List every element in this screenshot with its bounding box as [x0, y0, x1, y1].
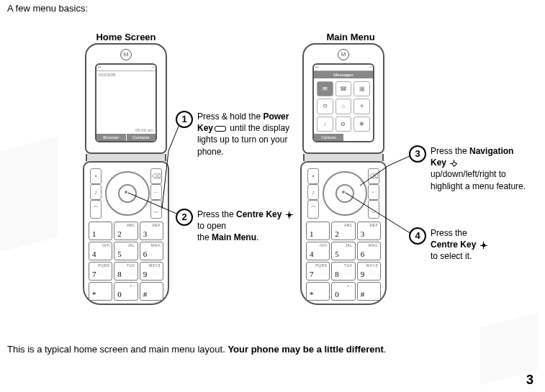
menu-cell-9[interactable]: ✱: [353, 117, 370, 132]
key-3[interactable]: DEF3: [357, 222, 381, 240]
centre-key-icon: [286, 211, 293, 219]
home-clock: 05:06 am: [135, 128, 153, 132]
power-key-icon: [215, 126, 226, 132]
key-4[interactable]: GHI4: [306, 242, 330, 260]
centre-key-dot: [125, 191, 127, 193]
key-7[interactable]: PQRS7: [89, 262, 112, 281]
menu-cell-4[interactable]: ⚙: [317, 99, 333, 114]
menu-grid: ✉ ☎ ▦ ⚙ ⌂ ☀ ♪ ✿ ✱: [314, 78, 373, 135]
key-8[interactable]: TUV8: [114, 262, 138, 281]
key-1[interactable]: 1: [89, 222, 112, 240]
home-softkeys: Browser Contacts: [96, 134, 156, 141]
key-4[interactable]: GHI4: [89, 242, 112, 260]
phone-menu-screen: ▾▪▫▪ Messages ✉ ☎ ▦ ⚙ ⌂ ☀ ♪ ✿ ✱ Options: [312, 63, 374, 142]
phone-home-bottom: • ⌫ ♪ ← ⏜ ⏝ 1 ABC2 DEF3 GHI4 JKL5 MNO6 P…: [83, 161, 169, 305]
music-key[interactable]: ♪: [307, 184, 319, 200]
key-1[interactable]: 1: [306, 222, 330, 240]
title-home-screen: Home Screen: [72, 32, 180, 42]
phone-home: M ▾▪▫▪ 03/03/08 05:06 am Browser Contact…: [79, 43, 173, 305]
phone-hinge: [86, 154, 166, 161]
key-0[interactable]: + -0: [331, 282, 355, 301]
soft-key-right[interactable]: ⌫: [150, 168, 162, 184]
nav-area: • ⌫ ♪ ← ⏜ ⏝: [306, 168, 381, 219]
back-key[interactable]: ←: [368, 184, 379, 200]
key-9[interactable]: WXYZ9: [357, 262, 381, 281]
key-7[interactable]: PQRS7: [306, 262, 330, 281]
menu-softkeys: Options: [314, 134, 373, 141]
key-star[interactable]: *: [89, 282, 112, 301]
music-key[interactable]: ♪: [90, 184, 102, 200]
menu-cell-6[interactable]: ☀: [353, 99, 370, 114]
key-hash[interactable]: #: [357, 282, 381, 301]
phone-logo: M: [338, 49, 349, 60]
callout-badge-3: 3: [409, 145, 426, 163]
key-5[interactable]: JKL5: [114, 242, 138, 260]
callout-badge-2: 2: [176, 209, 193, 226]
menu-cell-3[interactable]: ▦: [353, 81, 370, 96]
end-power-key[interactable]: ⏝: [368, 200, 379, 219]
soft-key-right[interactable]: ⌫: [368, 168, 379, 184]
menu-cell-8[interactable]: ✿: [335, 117, 352, 132]
key-hash[interactable]: #: [140, 282, 163, 301]
menu-cell-7[interactable]: ♪: [317, 117, 333, 132]
key-3[interactable]: DEF3: [140, 222, 163, 240]
footer-text: This is a typical home screen and main m…: [7, 344, 531, 355]
menu-cell-2[interactable]: ☎: [335, 81, 352, 96]
phone-menu-top: M ▾▪▫▪ Messages ✉ ☎ ▦ ⚙ ⌂ ☀ ♪ ✿ ✱ Option…: [302, 43, 384, 154]
end-power-key[interactable]: ⏝: [150, 200, 162, 219]
key-0[interactable]: + -0: [114, 282, 138, 301]
call-key[interactable]: ⏜: [90, 200, 102, 219]
callout-badge-1: 1: [176, 111, 193, 128]
callout-3: 3 Press the Navigation Key up/down/left/…: [409, 145, 531, 192]
title-main-menu: Main Menu: [297, 32, 405, 42]
phone-home-top: M ▾▪▫▪ 03/03/08 05:06 am Browser Contact…: [85, 43, 167, 154]
key-5[interactable]: JKL5: [331, 242, 355, 260]
nav-area: • ⌫ ♪ ← ⏜ ⏝: [89, 168, 163, 219]
menu-cell-1[interactable]: ✉: [317, 81, 333, 96]
page-number: 3: [526, 373, 533, 388]
call-key[interactable]: ⏜: [307, 200, 319, 219]
softkey-options[interactable]: Options: [314, 134, 343, 141]
keypad: 1 ABC2 DEF3 GHI4 JKL5 MNO6 PQRS7 TUV8 WX…: [306, 222, 381, 301]
back-key[interactable]: ←: [150, 184, 162, 200]
key-8[interactable]: TUV8: [331, 262, 355, 281]
phone-menu-bottom: • ⌫ ♪ ← ⏜ ⏝ 1 ABC2 DEF3 GHI4 JKL5 MNO6 P…: [300, 161, 387, 305]
status-bar: ▾▪▫▪: [96, 65, 156, 71]
phone-home-screen: ▾▪▫▪ 03/03/08 05:06 am Browser Contacts: [95, 63, 157, 142]
callout-text-3: Press the Navigation Key up/down/left/ri…: [431, 145, 531, 192]
phone-hinge: [303, 154, 384, 161]
phone-menu: M ▾▪▫▪ Messages ✉ ☎ ▦ ⚙ ⌂ ☀ ♪ ✿ ✱ Option…: [297, 43, 390, 305]
bg-decoration-left: [0, 136, 58, 252]
softkey-left[interactable]: Browser: [96, 134, 126, 141]
callout-text-4: Press the Centre Key to select it.: [431, 227, 489, 263]
callout-text-2: Press the Centre Key to open the Main Me…: [197, 209, 298, 244]
centre-key[interactable]: [118, 184, 137, 203]
centre-key-icon: [480, 242, 487, 249]
callout-1: 1 Press & hold the Power Key until the d…: [176, 111, 298, 158]
callout-text-1: Press & hold the Power Key until the dis…: [197, 111, 298, 158]
centre-key-dot: [342, 191, 345, 193]
keypad: 1 ABC2 DEF3 GHI4 JKL5 MNO6 PQRS7 TUV8 WX…: [89, 222, 163, 301]
soft-key-left[interactable]: •: [90, 168, 102, 184]
menu-title-bar: Messages: [314, 71, 373, 78]
key-6[interactable]: MNO6: [140, 242, 163, 260]
navigation-key-icon: [450, 160, 457, 167]
callout-2: 2 Press the Centre Key to open the Main …: [176, 209, 298, 244]
menu-cell-5[interactable]: ⌂: [335, 99, 352, 114]
status-bar: ▾▪▫▪: [314, 65, 373, 71]
callout-4: 4 Press the Centre Key to select it.: [409, 227, 489, 263]
key-2[interactable]: ABC2: [114, 222, 138, 240]
key-2[interactable]: ABC2: [331, 222, 355, 240]
softkey-right[interactable]: Contacts: [126, 134, 156, 141]
key-star[interactable]: *: [306, 282, 330, 301]
intro-text: A few menu basics:: [7, 3, 88, 14]
home-date: 03/03/08: [96, 71, 156, 78]
key-9[interactable]: WXYZ9: [140, 262, 163, 281]
phone-logo: M: [120, 49, 132, 60]
key-6[interactable]: MNO6: [357, 242, 381, 260]
centre-key[interactable]: [335, 184, 354, 203]
soft-key-left[interactable]: •: [307, 168, 319, 184]
callout-badge-4: 4: [409, 227, 426, 245]
